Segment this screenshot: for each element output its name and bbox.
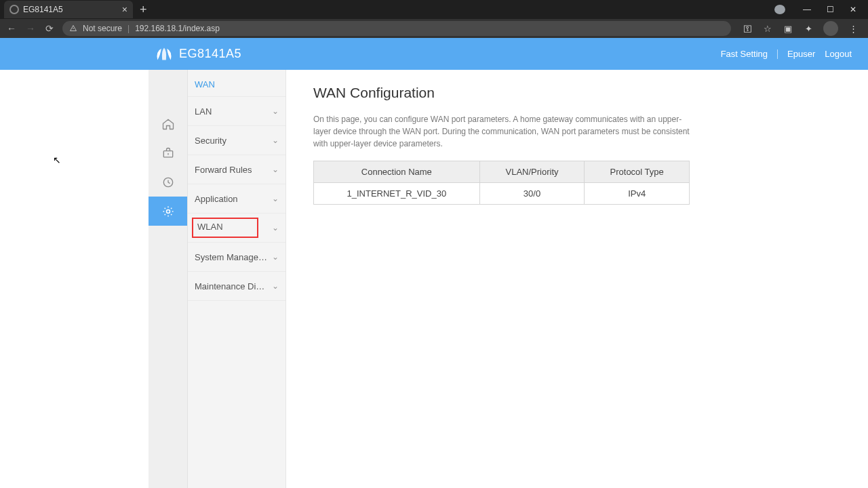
header-divider [777,49,778,59]
rail-clock-icon[interactable] [149,167,187,197]
cell-connection-name: 1_INTERNET_R_VID_30 [314,183,480,205]
security-label: Not secure [83,24,122,33]
chevron-down-icon: ⌄ [272,106,279,116]
app-body: WAN LAN ⌄ Security ⌄ Forward Rules ⌄ App… [0,70,868,488]
nav-item-application[interactable]: Application ⌄ [188,184,285,214]
wan-table: Connection Name VLAN/Priority Protocol T… [313,161,690,205]
forward-button[interactable]: → [24,23,37,34]
nav-item-system-management[interactable]: System Management ⌄ [188,243,285,272]
omnibox-separator: | [127,24,130,33]
rail-settings-icon[interactable] [149,197,187,226]
main-content: WAN Configuration On this page, you can … [286,70,717,488]
profile-avatar[interactable] [823,21,838,36]
rail-toolbox-icon[interactable] [149,138,187,167]
icon-rail [149,70,188,488]
right-gutter [717,70,868,488]
cell-vlan-priority: 30/0 [479,183,585,205]
table-row[interactable]: 1_INTERNET_R_VID_30 30/0 IPv4 [314,183,690,205]
nav-item-lan[interactable]: LAN ⌄ [188,97,285,126]
chevron-down-icon: ⌄ [272,194,279,203]
nav-item-wan[interactable]: WAN [188,70,285,97]
col-protocol-type: Protocol Type [585,161,690,183]
user-link[interactable]: Epuser [787,49,815,59]
menu-icon[interactable]: ⋮ [848,23,859,34]
tab-close-icon[interactable]: × [122,4,127,15]
key-icon[interactable]: ⚿ [742,23,753,34]
chevron-down-icon: ⌄ [272,136,279,145]
header-links: Fast Setting Epuser Logout [721,49,852,59]
app-header: EG8141A5 Fast Setting Epuser Logout [0,38,868,70]
page-description: On this page, you can configure WAN port… [313,113,690,150]
extension-icon-1[interactable]: ▣ [783,23,793,34]
col-connection-name: Connection Name [314,161,480,183]
chevron-down-icon: ⌄ [272,252,279,262]
window-controls: ― ☐ ✕ [774,5,868,14]
address-bar[interactable]: Not secure | 192.168.18.1/index.asp [62,21,731,36]
tab-strip: EG8141A5 × + ― ☐ ✕ [0,0,868,19]
chevron-down-icon: ⌄ [272,165,279,174]
close-window-icon[interactable]: ✕ [848,5,859,14]
svg-point-2 [166,209,170,213]
cell-protocol-type: IPv4 [585,183,690,205]
reload-button[interactable]: ⟳ [43,23,56,34]
chevron-down-icon: ⌄ [272,223,279,232]
nav-item-maintenance-diagnostics[interactable]: Maintenance Diagno.. ⌄ [188,272,285,301]
brand-logo-icon [155,47,174,62]
fast-setting-link[interactable]: Fast Setting [721,49,768,59]
nav-item-wlan[interactable]: WLAN ⌄ [188,214,285,243]
device-model: EG8141A5 [179,47,241,61]
back-button[interactable]: ← [5,23,18,34]
nav-item-forward-rules[interactable]: Forward Rules ⌄ [188,155,285,184]
chevron-down-icon: ⌄ [272,281,279,291]
browser-tab[interactable]: EG8141A5 × [4,1,133,18]
toolbar-actions: ⚿ ☆ ▣ ✦ ⋮ [738,21,863,36]
browser-chrome: EG8141A5 × + ― ☐ ✕ ← → ⟳ Not secure | 19… [0,0,868,38]
brand: EG8141A5 [155,47,241,62]
table-header-row: Connection Name VLAN/Priority Protocol T… [314,161,690,183]
col-vlan-priority: VLAN/Priority [479,161,585,183]
nav-item-security[interactable]: Security ⌄ [188,126,285,155]
url-text: 192.168.18.1/index.asp [135,24,220,33]
extensions-icon[interactable]: ✦ [803,23,814,34]
profile-icon[interactable] [774,5,785,14]
tab-title: EG8141A5 [23,5,118,14]
page-title: WAN Configuration [313,85,690,101]
side-nav: WAN LAN ⌄ Security ⌄ Forward Rules ⌄ App… [188,70,286,488]
tab-favicon [9,5,19,14]
logout-link[interactable]: Logout [825,49,852,59]
left-gutter [0,70,149,488]
rail-home-icon[interactable] [149,109,187,138]
browser-toolbar: ← → ⟳ Not secure | 192.168.18.1/index.as… [0,19,868,38]
not-secure-icon [69,24,77,33]
maximize-icon[interactable]: ☐ [825,5,835,14]
new-tab-button[interactable]: + [133,3,154,17]
bookmark-icon[interactable]: ☆ [762,23,773,34]
minimize-icon[interactable]: ― [802,5,812,14]
